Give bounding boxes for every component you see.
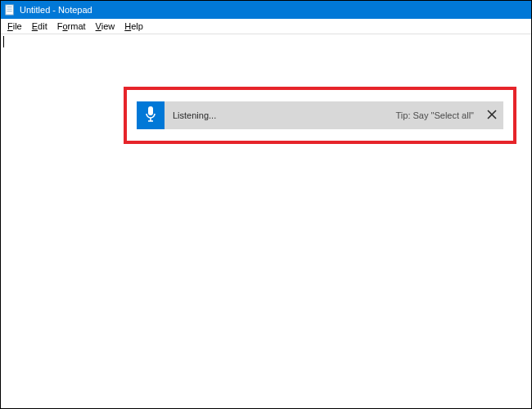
microphone-button[interactable] (137, 101, 165, 129)
dictation-tip: Tip: Say "Select all" (396, 110, 480, 120)
menu-help[interactable]: Help (119, 20, 148, 33)
microphone-icon (144, 106, 157, 125)
notepad-icon (4, 4, 16, 16)
window-title: Untitled - Notepad (20, 5, 92, 15)
menu-edit[interactable]: Edit (27, 20, 52, 33)
dictation-toolbar: Listening... Tip: Say "Select all" (137, 101, 503, 129)
text-caret (3, 36, 4, 47)
menu-format[interactable]: Format (52, 20, 91, 33)
dictation-close-button[interactable] (480, 101, 503, 129)
text-area[interactable]: Listening... Tip: Say "Select all" (1, 34, 531, 408)
close-icon (487, 110, 497, 121)
menu-file[interactable]: File (2, 20, 27, 33)
menu-view[interactable]: View (91, 20, 120, 33)
menubar: File Edit Format View Help (1, 19, 531, 34)
svg-rect-4 (148, 106, 153, 115)
dictation-status: Listening... (165, 110, 216, 120)
titlebar[interactable]: Untitled - Notepad (1, 1, 531, 19)
svg-rect-0 (6, 5, 14, 15)
annotation-highlight: Listening... Tip: Say "Select all" (124, 87, 516, 144)
